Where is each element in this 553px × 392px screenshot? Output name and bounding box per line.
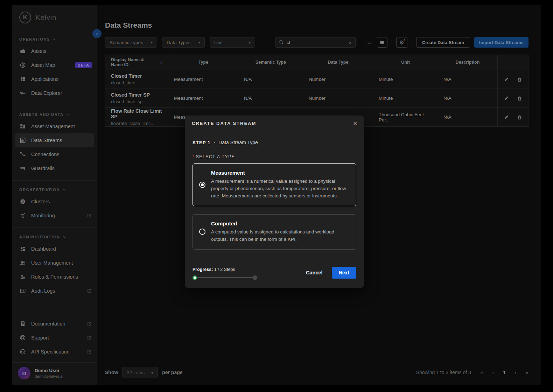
radio-selected-icon[interactable] — [199, 182, 205, 188]
table-settings-button[interactable]: ⚙ + — [396, 37, 407, 48]
first-page-button[interactable]: « — [480, 370, 483, 376]
cluster-circle-icon — [19, 198, 26, 205]
cell-actions — [497, 89, 528, 107]
user-profile[interactable]: D Demo User demo@kelvin.ai — [12, 362, 97, 385]
sidebar-item-dashboard[interactable]: Dashboard — [12, 242, 97, 256]
option-title: Computed — [211, 220, 350, 226]
cell-actions — [497, 108, 528, 126]
sidebar-item-label: Roles & Permissions — [31, 274, 78, 280]
user-name: Demo User — [35, 368, 63, 373]
sidebar-item-api-specification[interactable]: API Specification — [12, 345, 97, 359]
cell-semantic-type: N/A — [238, 89, 303, 107]
delete-icon[interactable] — [517, 114, 522, 120]
column-label: Data Type — [328, 60, 349, 65]
sidebar-item-connections[interactable]: Connections — [12, 147, 97, 161]
apps-grid-icon — [19, 76, 26, 83]
sidebar-item-label: Dashboard — [31, 246, 56, 252]
sidebar-collapse-button[interactable]: ‹ — [92, 29, 102, 38]
sidebar-item-documentation[interactable]: Documentation — [12, 317, 97, 331]
required-marker: * — [192, 154, 194, 159]
close-icon[interactable]: × — [353, 120, 357, 127]
briefcase-icon — [19, 48, 26, 55]
section-header-assets-and-data[interactable]: ASSETS AND DATA — [12, 110, 97, 119]
semantic-types-filter[interactable]: Semantic Types ▾ — [105, 37, 157, 48]
next-page-button[interactable]: › — [515, 370, 517, 376]
name-id: flowrate_close_limit... — [111, 121, 162, 126]
sidebar-item-guardrails[interactable]: Guardrails — [12, 161, 97, 175]
measurement-option[interactable]: Measurement A measurement is a numerical… — [192, 163, 356, 206]
progress-line — [194, 277, 256, 278]
import-data-streams-button[interactable]: Import Data Streams — [474, 37, 528, 48]
kelvin-logo-icon: K — [19, 12, 31, 23]
cancel-button[interactable]: Cancel — [306, 270, 323, 275]
list-view-toggle[interactable] — [377, 37, 387, 48]
section-label: ADMINISTRATION — [19, 235, 60, 239]
table-row[interactable]: Closed Timer SP closed_time_sp Measureme… — [105, 89, 528, 108]
current-page[interactable]: 1 — [503, 370, 506, 375]
pager: « ‹ 1 › » — [480, 370, 528, 376]
sidebar-item-label: Data Explorer — [31, 90, 62, 96]
sidebar-item-audit-logs[interactable]: Audit Logs — [12, 284, 97, 298]
globe-icon — [19, 62, 26, 69]
nav-section-orchestration: ORCHESTRATION Clusters Monitoring — [12, 180, 97, 225]
sidebar-item-data-streams[interactable]: Data Streams — [15, 133, 94, 147]
app-window: K Kelvin OPERATIONS Assets Asset Map BET… — [12, 5, 541, 385]
last-page-button[interactable]: » — [526, 370, 528, 376]
sidebar: K Kelvin OPERATIONS Assets Asset Map BET… — [12, 5, 97, 385]
caret-down-icon: ▾ — [198, 40, 200, 45]
sidebar-item-assets[interactable]: Assets — [12, 44, 97, 58]
sidebar-item-roles-permissions[interactable]: Roles & Permissions — [12, 270, 97, 284]
sidebar-item-label: Guardrails — [31, 166, 55, 171]
prev-page-button[interactable]: ‹ — [492, 370, 494, 376]
sidebar-item-asset-management[interactable]: Asset Management — [12, 119, 97, 133]
unit-filter[interactable]: Unit ▾ — [210, 37, 255, 48]
logo: K Kelvin — [12, 5, 97, 30]
external-link-icon — [87, 335, 92, 340]
sort-icon[interactable]: ↓↑ — [160, 60, 162, 65]
sidebar-item-label: Monitoring — [31, 213, 55, 218]
search-input[interactable] — [287, 40, 343, 45]
edit-icon[interactable] — [504, 96, 509, 101]
select-type-label: * SELECT A TYPE: — [192, 154, 356, 159]
radio-unselected-icon[interactable] — [199, 229, 205, 235]
computed-option[interactable]: Computed A computed value is assigned to… — [192, 214, 356, 250]
option-title: Measurement — [211, 170, 350, 176]
modal-header: CREATE DATA STREAM × — [185, 115, 364, 131]
section-header-operations[interactable]: OPERATIONS — [12, 35, 97, 44]
sidebar-item-asset-map[interactable]: Asset Map BETA — [12, 58, 97, 72]
compact-view-toggle[interactable] — [364, 37, 375, 48]
section-header-orchestration[interactable]: ORCHESTRATION — [12, 186, 97, 195]
waveform-icon — [19, 90, 26, 97]
sidebar-item-data-explorer[interactable]: Data Explorer — [12, 86, 97, 100]
clear-search-icon[interactable]: × — [349, 40, 352, 46]
caret-down-icon: ▾ — [151, 370, 153, 375]
cell-display-name: Closed Timer SP closed_time_sp — [105, 89, 168, 107]
create-data-stream-button[interactable]: Create Data Stream — [416, 37, 470, 48]
show-label: Show — [105, 370, 118, 375]
sidebar-item-support[interactable]: Support — [12, 331, 97, 345]
column-header-unit: Unit — [373, 55, 438, 70]
data-types-filter[interactable]: Data Types ▾ — [162, 37, 205, 48]
sidebar-item-clusters[interactable]: Clusters — [12, 195, 97, 209]
sidebar-item-label: API Specification — [31, 349, 70, 355]
table-row[interactable]: Closed Timer closed_time Measurement N/A… — [105, 70, 528, 89]
column-header-display-name[interactable]: Display Name & Name ID ↓↑ — [105, 55, 168, 70]
sidebar-item-monitoring[interactable]: Monitoring — [12, 209, 97, 223]
curve-link-icon — [19, 151, 26, 158]
delete-icon[interactable] — [517, 96, 522, 101]
sidebar-item-applications[interactable]: Applications — [12, 72, 97, 86]
cell-description: N/A — [438, 89, 497, 107]
plus-icon: + — [404, 38, 405, 42]
section-header-administration[interactable]: ADMINISTRATION — [12, 233, 97, 242]
sidebar-item-label: Audit Logs — [31, 288, 55, 294]
delete-icon[interactable] — [517, 77, 522, 82]
edit-icon[interactable] — [504, 114, 509, 120]
edit-icon[interactable] — [504, 77, 509, 82]
next-button[interactable]: Next — [332, 267, 356, 279]
bar-chart-icon — [19, 137, 26, 144]
document-icon — [19, 320, 26, 327]
page-size-select[interactable]: 32 items ▾ — [122, 367, 158, 378]
column-label: Description — [456, 60, 480, 65]
sidebar-item-user-management[interactable]: User Management — [12, 256, 97, 270]
step-indicator: STEP 1 • Data Stream Type — [192, 140, 356, 145]
